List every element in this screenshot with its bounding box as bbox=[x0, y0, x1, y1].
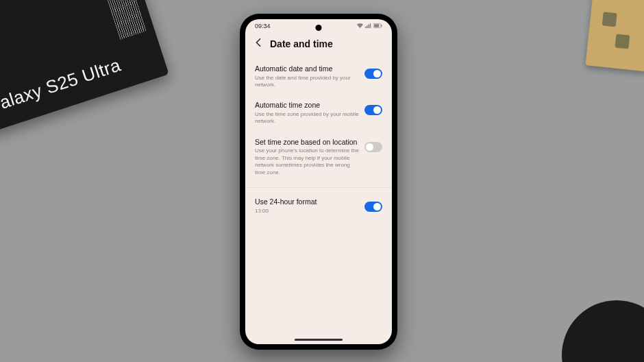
settings-list: Automatic date and time Use the date and… bbox=[245, 59, 392, 221]
setting-auto-time-zone[interactable]: Automatic time zone Use the time zone pr… bbox=[255, 95, 382, 132]
toggle-auto-date-time[interactable] bbox=[364, 69, 382, 79]
page-header: Date and time bbox=[245, 31, 392, 59]
setting-24-hour-format[interactable]: Use 24-hour format 13:00 bbox=[255, 192, 382, 221]
battery-icon bbox=[373, 23, 382, 29]
product-box-label: Galaxy S25 Ultra bbox=[0, 54, 123, 118]
setting-description: 13:00 bbox=[255, 208, 359, 215]
signal-icon bbox=[365, 23, 371, 29]
setting-auto-date-time[interactable]: Automatic date and time Use the date and… bbox=[255, 59, 382, 95]
status-icons bbox=[357, 23, 382, 29]
phone-screen: 09:34 Date and time A bbox=[245, 19, 392, 344]
svg-rect-1 bbox=[374, 24, 379, 27]
setting-title: Set time zone based on location bbox=[255, 138, 359, 147]
toggle-24-hour-format[interactable] bbox=[364, 202, 382, 212]
barcode-graphic bbox=[90, 0, 146, 40]
setting-location-time-zone[interactable]: Set time zone based on location Use your… bbox=[255, 132, 382, 183]
section-divider bbox=[245, 187, 392, 188]
toggle-location-time-zone[interactable] bbox=[364, 142, 382, 152]
wooden-block-prop bbox=[585, 0, 644, 71]
setting-description: Use your phone's location to determine t… bbox=[255, 147, 359, 176]
setting-title: Automatic date and time bbox=[255, 64, 359, 74]
status-time: 09:34 bbox=[255, 23, 271, 29]
gesture-nav-bar[interactable] bbox=[295, 339, 343, 341]
setting-title: Automatic time zone bbox=[255, 101, 359, 110]
setting-description: Use the time zone provided by your mobil… bbox=[255, 111, 359, 125]
back-icon[interactable] bbox=[253, 38, 263, 49]
page-title: Date and time bbox=[270, 38, 333, 49]
wifi-icon bbox=[357, 23, 363, 29]
product-box: Galaxy S25 Ultra bbox=[0, 0, 169, 138]
setting-description: Use the date and time provided by your n… bbox=[255, 75, 359, 89]
svg-rect-2 bbox=[381, 25, 382, 27]
black-circle-prop bbox=[562, 300, 644, 362]
toggle-auto-time-zone[interactable] bbox=[364, 105, 382, 115]
phone-device: 09:34 Date and time A bbox=[240, 14, 397, 350]
front-camera-cutout bbox=[316, 25, 322, 31]
setting-title: Use 24-hour format bbox=[255, 197, 359, 207]
